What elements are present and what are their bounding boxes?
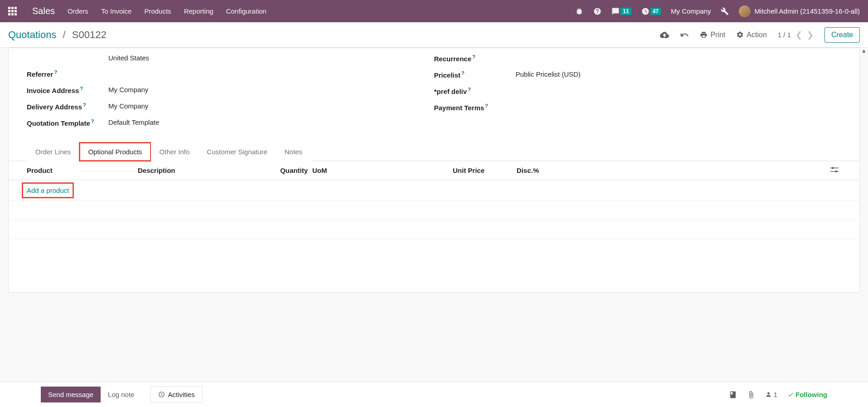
pager-next-icon[interactable]: ❯	[807, 30, 814, 40]
bug-icon[interactable]	[575, 7, 583, 15]
scroll-up-icon[interactable]: ▲	[861, 48, 867, 54]
activities-badge: 47	[650, 8, 661, 15]
print-icon	[700, 31, 708, 39]
col-quantity: Quantity	[269, 167, 308, 174]
field-row: Delivery Address? My Company	[27, 101, 434, 111]
field-row: Payment Terms?	[434, 102, 842, 112]
breadcrumb-sep: /	[63, 29, 66, 40]
breadcrumb-parent[interactable]: Quotations	[8, 29, 56, 40]
country-value[interactable]: United States	[108, 53, 149, 62]
help-icon[interactable]: ?	[468, 87, 471, 92]
svg-point-2	[832, 167, 834, 169]
book-icon[interactable]	[729, 391, 737, 399]
field-row: Pricelist? Public Pricelist (USD)	[434, 69, 842, 79]
tab-customer-signature[interactable]: Customer Signature	[198, 142, 276, 161]
tab-optional-products[interactable]: Optional Products	[79, 142, 150, 161]
log-note-button[interactable]: Log note	[101, 387, 141, 402]
chat-icon	[611, 7, 620, 15]
nav-to-invoice[interactable]: To Invoice	[101, 7, 132, 15]
help-icon[interactable]: ?	[80, 86, 83, 91]
app-name[interactable]: Sales	[32, 6, 55, 16]
breadcrumb-actions: Print Action 1 / 1 ❮ ❯ Create	[660, 27, 860, 43]
user-menu[interactable]: Mitchell Admin (21451359-16-0-all)	[739, 5, 860, 17]
quotation-template-value[interactable]: Default Template	[108, 117, 159, 126]
nav-configuration[interactable]: Configuration	[226, 7, 267, 15]
table-body: Add a product	[9, 180, 859, 271]
form-col-left: United States Referrer? Invoice Address?…	[27, 53, 434, 133]
pager-prev-icon[interactable]: ❮	[795, 30, 802, 40]
pricelist-label: Pricelist?	[434, 69, 516, 79]
table-row: Add a product	[9, 180, 859, 201]
navbar-right: 11 47 My Company Mitchell Admin (2145135…	[575, 5, 860, 17]
table-row-empty	[9, 220, 859, 239]
undo-icon[interactable]	[680, 30, 689, 39]
apps-icon[interactable]	[8, 7, 17, 15]
delivery-address-value[interactable]: My Company	[108, 101, 148, 110]
field-row: Recurrence?	[434, 53, 842, 63]
svg-rect-0	[830, 168, 839, 169]
gear-icon	[736, 31, 744, 39]
tabs: Order Lines Optional Products Other Info…	[9, 142, 859, 161]
main-navbar: Sales Orders To Invoice Products Reporti…	[0, 0, 868, 22]
svg-rect-1	[830, 171, 839, 172]
form-wrapper: United States Referrer? Invoice Address?…	[0, 48, 868, 293]
product-table: Product Description Quantity UoM Unit Pr…	[9, 161, 859, 271]
table-row-empty	[9, 201, 859, 220]
referrer-label: Referrer?	[27, 68, 108, 78]
col-unit-price: Unit Price	[430, 167, 485, 174]
messages-badge: 11	[621, 8, 631, 15]
svg-point-3	[835, 171, 838, 173]
avatar	[739, 5, 751, 17]
table-header: Product Description Quantity UoM Unit Pr…	[9, 161, 859, 180]
activities-button[interactable]: 47	[641, 7, 661, 15]
create-button[interactable]: Create	[824, 27, 860, 43]
help-icon[interactable]: ?	[472, 54, 475, 59]
field-label-empty	[27, 53, 108, 54]
attachment-icon[interactable]	[747, 391, 755, 399]
messages-button[interactable]: 11	[611, 7, 631, 15]
form-sheet: United States Referrer? Invoice Address?…	[8, 48, 860, 293]
chatter: Send message Log note Activities 1 Follo…	[0, 382, 868, 407]
help-icon[interactable]: ?	[83, 102, 86, 108]
breadcrumb: Quotations / S00122	[8, 29, 107, 41]
help-icon[interactable]: ?	[54, 69, 57, 75]
support-icon[interactable]	[593, 7, 601, 15]
delivery-address-label: Delivery Address?	[27, 101, 108, 111]
tab-other-info[interactable]: Other Info	[151, 142, 199, 161]
following-button[interactable]: Following	[787, 391, 827, 398]
nav-products[interactable]: Products	[144, 7, 171, 15]
check-icon	[787, 392, 794, 398]
activities-button[interactable]: Activities	[150, 386, 202, 403]
col-product: Product	[27, 167, 138, 174]
field-row: Referrer?	[27, 68, 434, 78]
send-message-button[interactable]: Send message	[41, 387, 101, 402]
table-row-empty	[9, 239, 859, 271]
follower-count[interactable]: 1	[765, 391, 777, 398]
tab-notes[interactable]: Notes	[276, 142, 311, 161]
help-icon[interactable]: ?	[485, 103, 488, 108]
cloud-upload-icon[interactable]	[660, 30, 669, 39]
nav-reporting[interactable]: Reporting	[184, 7, 213, 15]
user-name: Mitchell Admin (21451359-16-0-all)	[754, 7, 860, 15]
person-icon	[765, 391, 772, 398]
print-button[interactable]: Print	[700, 31, 725, 39]
field-row: Invoice Address? My Company	[27, 84, 434, 94]
company-switcher[interactable]: My Company	[671, 7, 711, 15]
action-button[interactable]: Action	[736, 31, 766, 39]
navbar-left: Sales Orders To Invoice Products Reporti…	[8, 6, 267, 16]
quotation-template-label: Quotation Template?	[27, 117, 108, 127]
help-icon[interactable]: ?	[91, 118, 94, 124]
col-uom: UoM	[308, 167, 430, 174]
breadcrumb-bar: Quotations / S00122 Print Action 1 / 1 ❮…	[0, 22, 868, 48]
pager: 1 / 1 ❮ ❯	[778, 30, 814, 40]
tab-order-lines[interactable]: Order Lines	[27, 142, 79, 161]
field-row: Quotation Template? Default Template	[27, 117, 434, 127]
invoice-address-value[interactable]: My Company	[108, 84, 148, 93]
pager-count: 1 / 1	[778, 31, 791, 39]
help-icon[interactable]: ?	[461, 70, 465, 76]
add-product-link[interactable]: Add a product	[25, 186, 71, 195]
pricelist-value[interactable]: Public Pricelist (USD)	[516, 69, 581, 78]
columns-settings-icon[interactable]	[830, 167, 839, 173]
nav-orders[interactable]: Orders	[68, 7, 88, 15]
tools-icon[interactable]	[721, 7, 729, 15]
